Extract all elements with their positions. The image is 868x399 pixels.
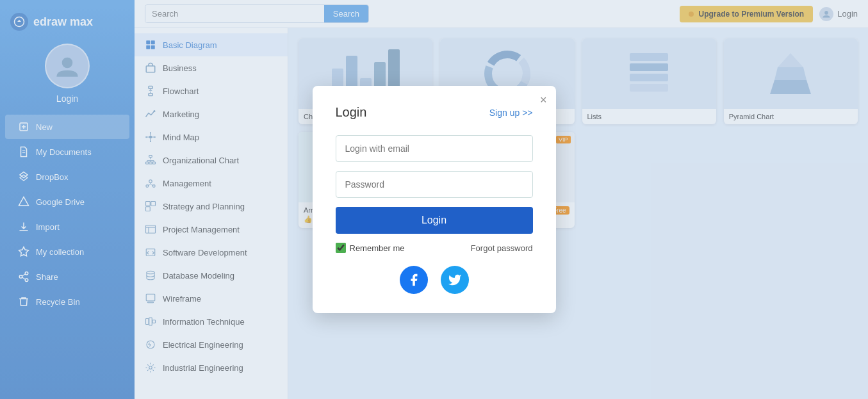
modal-close-button[interactable]: ×: [540, 94, 547, 107]
remember-me-label[interactable]: Remember me: [336, 243, 405, 253]
login-modal: × Login Sign up >> Login Remember me For…: [313, 86, 556, 313]
social-icons: [336, 266, 533, 294]
remember-me-checkbox[interactable]: [336, 243, 346, 253]
modal-login-button[interactable]: Login: [336, 207, 533, 234]
modal-header: Login Sign up >>: [336, 105, 533, 120]
twitter-login-button[interactable]: [441, 266, 469, 294]
modal-options: Remember me Forgot password: [336, 243, 533, 253]
password-input[interactable]: [336, 171, 533, 198]
modal-overlay: × Login Sign up >> Login Remember me For…: [0, 0, 868, 399]
modal-title: Login: [336, 105, 367, 120]
email-input[interactable]: [336, 135, 533, 162]
modal-signup-link[interactable]: Sign up >>: [489, 108, 533, 118]
facebook-login-button[interactable]: [400, 266, 428, 294]
remember-me-text: Remember me: [350, 243, 405, 253]
forgot-password-link[interactable]: Forgot password: [471, 243, 533, 253]
